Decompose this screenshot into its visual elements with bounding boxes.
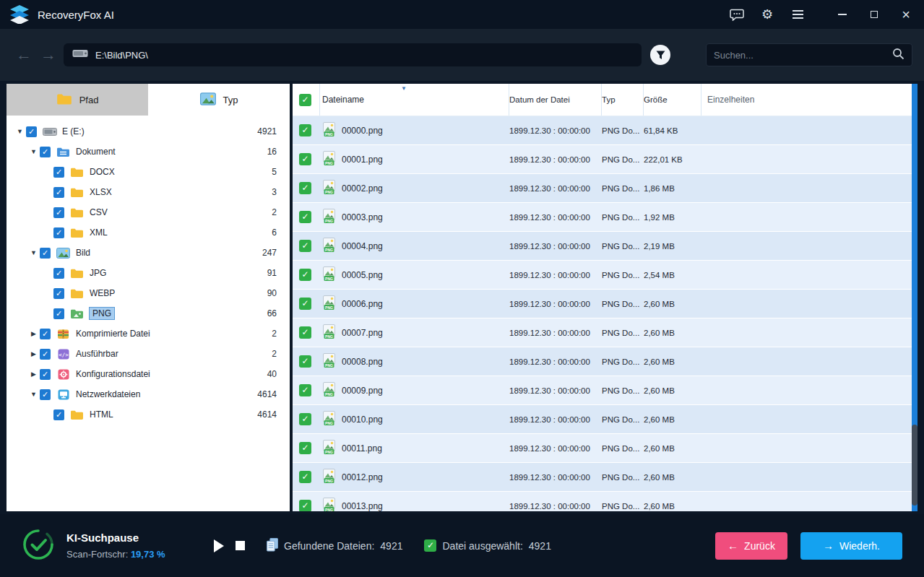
expand-arrow-icon[interactable]: ▶ [29, 350, 38, 357]
table-row[interactable]: PNG00003.png1899.12.30 : 00:00:00PNG Do.… [293, 203, 917, 232]
png-file-icon: PNG [322, 498, 336, 512]
tree-item-konfigurationsdatei[interactable]: ▶Konfigurationsdatei40 [7, 364, 290, 384]
tree-item-label: HTML [90, 409, 113, 420]
file-name: 00003.png [342, 212, 383, 222]
resume-play-button[interactable] [214, 539, 224, 552]
settings-gear-icon[interactable]: ⚙ [758, 5, 777, 24]
row-checkbox[interactable] [299, 442, 311, 454]
tree-checkbox[interactable] [53, 207, 64, 218]
table-row[interactable]: PNG00001.png1899.12.30 : 00:00:00PNG Do.… [293, 145, 917, 174]
tree-item-netzwerkdateien[interactable]: ▼Netzwerkdateien4614 [7, 384, 290, 404]
stop-button[interactable] [236, 541, 245, 550]
tree-checkbox[interactable] [26, 126, 37, 137]
tree-item-html[interactable]: HTML4614 [7, 404, 290, 425]
address-bar[interactable]: E:\Bild\PNG\ [64, 43, 642, 66]
tree-checkbox[interactable] [40, 329, 51, 339]
tree-checkbox[interactable] [53, 227, 64, 238]
search-icon[interactable] [892, 48, 904, 63]
scrollbar-thumb[interactable] [912, 425, 917, 506]
table-row[interactable]: PNG00006.png1899.12.30 : 00:00:00PNG Do.… [293, 290, 917, 318]
table-row[interactable]: PNG00009.png1899.12.30 : 00:00:00PNG Do.… [293, 376, 917, 405]
tree-item-dokument[interactable]: ▼Dokument16 [7, 142, 290, 162]
tree-checkbox[interactable] [53, 268, 64, 279]
back-nav-arrow-icon[interactable]: ← [12, 45, 36, 64]
tree-checkbox[interactable] [53, 288, 64, 299]
row-checkbox[interactable] [299, 211, 311, 223]
table-row[interactable]: PNG00000.png1899.12.30 : 00:00:00PNG Do.… [293, 116, 917, 145]
row-checkbox[interactable] [299, 124, 311, 136]
column-einzelheiten[interactable]: Einzelheiten [701, 84, 917, 116]
row-checkbox[interactable] [299, 471, 311, 483]
row-checkbox[interactable] [299, 269, 311, 281]
tab-typ[interactable]: Typ [148, 84, 290, 116]
file-date: 1899.12.30 : 00:00:00 [509, 376, 602, 404]
tree-item-csv[interactable]: CSV2 [7, 202, 290, 222]
tree-item-png[interactable]: PNG66 [7, 303, 290, 324]
expand-arrow-icon[interactable]: ▼ [29, 249, 38, 256]
tree-item-komprimierte-datei[interactable]: ▶Komprimierte Datei2 [7, 324, 290, 344]
back-button[interactable]: ← Zurück [715, 532, 787, 560]
table-row[interactable]: PNG00010.png1899.12.30 : 00:00:00PNG Do.… [293, 405, 917, 434]
expand-arrow-icon[interactable]: ▼ [15, 128, 25, 135]
row-checkbox[interactable] [299, 298, 311, 310]
expand-arrow-icon[interactable]: ▶ [29, 370, 38, 378]
feedback-chat-icon[interactable] [727, 5, 746, 24]
table-row[interactable]: PNG00012.png1899.12.30 : 00:00:00PNG Do.… [293, 463, 917, 492]
table-row[interactable]: PNG00008.png1899.12.30 : 00:00:00PNG Do.… [293, 347, 917, 376]
column-groesse[interactable]: Größe [644, 84, 701, 116]
scan-progress: Scan-Fortschr: 19,73 % [66, 549, 208, 560]
tree-item-docx[interactable]: DOCX5 [7, 162, 290, 182]
row-checkbox[interactable] [299, 240, 311, 252]
tree-item-label: PNG [90, 308, 114, 319]
tree-checkbox[interactable] [40, 248, 51, 259]
tree-checkbox[interactable] [40, 389, 51, 400]
column-dateiname[interactable]: ▼ Dateiname [320, 84, 509, 116]
tree-item-webp[interactable]: WEBP90 [7, 283, 290, 303]
table-row[interactable]: PNG00004.png1899.12.30 : 00:00:00PNG Do.… [293, 232, 917, 261]
row-checkbox[interactable] [299, 500, 311, 511]
table-row[interactable]: PNG00002.png1899.12.30 : 00:00:00PNG Do.… [293, 174, 917, 203]
redo-button[interactable]: → Wiederh. [800, 532, 902, 560]
tree-item-xml[interactable]: XML6 [7, 222, 290, 243]
file-type: PNG Do... [602, 492, 644, 511]
table-row[interactable]: PNG00011.png1899.12.30 : 00:00:00PNG Do.… [293, 434, 917, 463]
vertical-scrollbar[interactable] [912, 84, 917, 511]
expand-arrow-icon[interactable]: ▼ [29, 148, 38, 155]
sort-arrow-icon[interactable]: ▼ [401, 85, 407, 92]
tree-checkbox[interactable] [53, 409, 64, 420]
tree-item-jpg[interactable]: JPG91 [7, 263, 290, 283]
table-row[interactable]: PNG00005.png1899.12.30 : 00:00:00PNG Do.… [293, 261, 917, 290]
select-all-checkbox[interactable] [299, 94, 311, 106]
table-row[interactable]: PNG00007.png1899.12.30 : 00:00:00PNG Do.… [293, 318, 917, 347]
column-datum[interactable]: Datum der Datei [509, 84, 602, 116]
tree-item-ausf-hrbar[interactable]: ▶</>Ausführbar2 [7, 344, 290, 364]
tree-item-xlsx[interactable]: XLSX3 [7, 182, 290, 202]
column-typ[interactable]: Typ [602, 84, 644, 116]
filter-button[interactable] [650, 45, 670, 65]
tab-pfad[interactable]: Pfad [7, 84, 148, 116]
row-checkbox[interactable] [299, 355, 311, 368]
expand-arrow-icon[interactable]: ▼ [29, 391, 38, 398]
minimize-button[interactable] [833, 5, 852, 24]
forward-nav-arrow-icon[interactable]: → [36, 45, 61, 64]
menu-icon[interactable] [788, 5, 807, 24]
expand-arrow-icon[interactable]: ▶ [29, 330, 38, 337]
file-details [701, 318, 917, 347]
tree-checkbox[interactable] [53, 187, 64, 198]
row-checkbox[interactable] [299, 326, 311, 339]
tree-checkbox[interactable] [53, 167, 64, 178]
row-checkbox[interactable] [299, 182, 311, 194]
tree-item-bild[interactable]: ▼Bild247 [7, 243, 290, 263]
row-checkbox[interactable] [299, 153, 311, 165]
row-checkbox[interactable] [299, 384, 311, 396]
maximize-button[interactable] [865, 5, 884, 24]
close-button[interactable]: × [897, 5, 915, 24]
tree-checkbox[interactable] [40, 369, 51, 380]
table-row[interactable]: PNG00013.png1899.12.30 : 00:00:00PNG Do.… [293, 492, 917, 511]
tree-checkbox[interactable] [53, 308, 64, 319]
row-checkbox[interactable] [299, 413, 311, 425]
tree-checkbox[interactable] [40, 349, 51, 360]
tree-item-e-e-[interactable]: ▼E (E:)4921 [7, 121, 290, 142]
search-input[interactable] [714, 50, 892, 61]
tree-checkbox[interactable] [40, 147, 51, 157]
